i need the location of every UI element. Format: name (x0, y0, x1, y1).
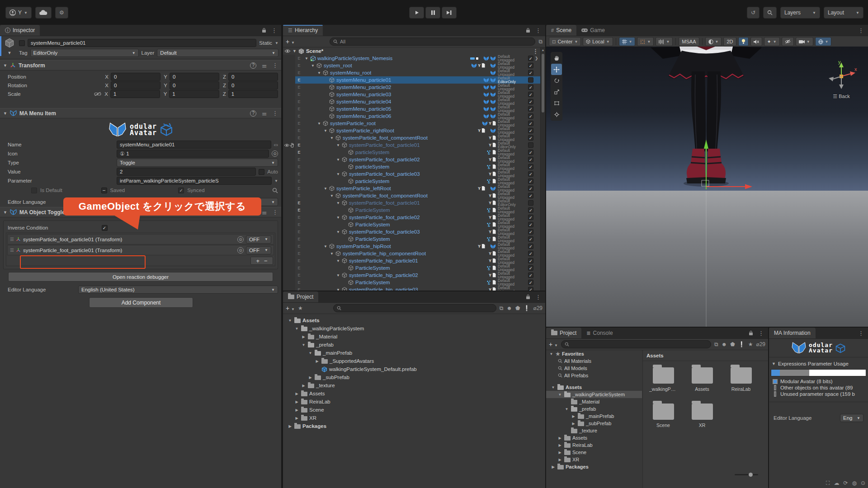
active-checkbox[interactable] (528, 84, 533, 90)
project-tree-row[interactable]: ▶_texture (283, 381, 545, 389)
active-checkbox[interactable] (528, 236, 533, 242)
foldout-icon[interactable]: ▼ (292, 49, 297, 53)
foldout-icon[interactable]: ▶ (301, 384, 306, 388)
hierarchy-row[interactable]: E▼systemParticle_foot_particle01YDefault… (283, 141, 540, 149)
hierarchy-row[interactable]: E▼systemParticle_rightRootYDefaultUntagg… (283, 127, 540, 134)
add-item-button[interactable]: + (256, 258, 259, 264)
row-gutter[interactable] (283, 214, 295, 221)
auto-checkbox[interactable] (259, 169, 264, 175)
project-search-input[interactable] (561, 340, 711, 348)
scale-x-field[interactable]: 1 (110, 90, 160, 98)
active-checkbox[interactable] (528, 251, 533, 256)
effects-dropdown[interactable]: ✦▼ (764, 37, 780, 46)
row-gutter[interactable] (283, 163, 295, 170)
row-gutter[interactable] (283, 62, 295, 69)
hierarchy-row[interactable]: EParticleSystemDefaultUntagged (283, 264, 540, 272)
active-checkbox[interactable] (528, 142, 533, 148)
hierarchy-scrollbar[interactable]: ▲ (540, 47, 545, 291)
row-gutter[interactable] (283, 91, 295, 98)
hierarchy-row[interactable]: EsystemMenu_particle04DefaultUntagged (283, 98, 540, 105)
foldout-icon[interactable]: ▶ (571, 422, 576, 426)
rotation-y-field[interactable]: 0 (170, 81, 219, 89)
foldout-icon[interactable]: ▼ (301, 343, 306, 347)
account-button[interactable]: Y ▼ (5, 7, 32, 19)
move-tool-button[interactable] (551, 64, 562, 75)
hierarchy-row[interactable]: EparticleSystemDefaultUntagged (283, 163, 540, 170)
row-gutter[interactable] (283, 69, 295, 76)
active-checkbox[interactable] (528, 171, 533, 177)
hierarchy-row[interactable]: EsystemMenu_particle02DefaultUntagged (283, 84, 540, 91)
menu-name-field[interactable]: systemMenu_particle01 (117, 141, 271, 149)
row-gutter[interactable] (283, 243, 295, 250)
foldout-icon[interactable]: ▼ (335, 259, 341, 263)
tab-scene[interactable]: # Scene (546, 25, 576, 36)
favorites-header[interactable]: ▼★Favorites (546, 350, 642, 357)
chevron-right-icon[interactable]: ❯ (535, 56, 540, 61)
foldout-icon[interactable]: ▼ (329, 252, 335, 256)
row-gutter[interactable] (283, 178, 295, 185)
hidden-count[interactable]: ⌀29 (756, 341, 765, 347)
help-icon[interactable]: ? (250, 110, 256, 117)
foldout-icon[interactable]: ▼ (288, 319, 292, 323)
lock-icon[interactable] (749, 330, 753, 336)
row-gutter[interactable] (283, 120, 295, 127)
foldout-icon[interactable]: ▶ (308, 375, 313, 380)
hierarchy-row[interactable]: EParticleSystemDefaultUntagged (283, 279, 540, 286)
foldout-icon[interactable]: ▼ (335, 158, 341, 162)
hierarchy-row[interactable]: E▼walkingParticleSystem_NemesisDefaultUn… (283, 55, 540, 62)
create-menu-button[interactable]: + ▼ (286, 38, 295, 45)
row-gutter[interactable] (283, 55, 295, 62)
open-reaction-debugger-button[interactable]: Open reaction debugger (8, 272, 273, 282)
kebab-menu-icon[interactable]: ⋮ (858, 330, 864, 337)
scene-row[interactable]: ▼ Scene* ⋮ (283, 47, 540, 55)
active-checkbox[interactable] (528, 121, 533, 126)
lock-icon[interactable] (526, 294, 530, 300)
foldout-icon[interactable]: ▼ (316, 71, 322, 75)
row-gutter[interactable] (283, 127, 295, 134)
kebab-menu-icon[interactable]: ⋮ (272, 110, 278, 117)
cloud-status-icon[interactable]: ☁ (834, 480, 839, 486)
favorites-item[interactable]: All Models (546, 365, 642, 372)
ma-language-dropdown[interactable]: Eng▼ (840, 414, 863, 422)
rect-tool-button[interactable] (551, 98, 562, 109)
active-checkbox[interactable] (528, 258, 533, 263)
project-tree-row[interactable]: ▶XR (283, 414, 545, 422)
foldout-icon[interactable]: ▼ (335, 230, 341, 234)
foldout-icon[interactable]: ▼ (551, 385, 556, 389)
project-tree-row[interactable]: _texture (546, 427, 642, 434)
project-tree-row[interactable]: ▶_mainPrefab (546, 413, 642, 420)
toggle-language-dropdown[interactable]: English (United States)▼ (78, 286, 278, 294)
orientation-dropdown[interactable]: Local▼ (583, 37, 613, 46)
lock-icon[interactable] (526, 28, 530, 33)
static-dropdown[interactable]: ▼ (275, 41, 278, 45)
row-gutter[interactable] (283, 206, 295, 214)
foldout-icon[interactable]: ▼ (329, 194, 335, 198)
kebab-menu-icon[interactable]: ⋮ (758, 330, 764, 337)
project-tree-row[interactable]: ▶_subPrefab (283, 373, 545, 381)
project-tree-row[interactable]: ▶Assets (546, 434, 642, 441)
active-checkbox[interactable] (528, 99, 533, 104)
transform-component-header[interactable]: ▼ Transform ?⚌⋮ (0, 60, 281, 70)
scene-visibility-button[interactable] (782, 37, 794, 46)
hierarchy-row[interactable]: E▼systemParticle_hip_particle02YDefaultU… (283, 272, 540, 279)
foldout-icon[interactable]: ▼ (3, 63, 7, 68)
remove-item-button[interactable]: − (264, 258, 268, 264)
avatar-filter-icon[interactable]: ☻ (722, 341, 727, 347)
position-z-field[interactable]: 0 (228, 73, 278, 81)
row-gutter[interactable] (283, 134, 295, 141)
active-checkbox[interactable] (528, 70, 533, 75)
kebab-menu-icon[interactable]: ⋮ (535, 294, 541, 300)
avatar-figure[interactable] (546, 47, 868, 327)
tab-game[interactable]: Game (576, 25, 610, 36)
edit-icon[interactable]: ▭ (274, 142, 278, 147)
active-checkbox[interactable] (19, 40, 25, 46)
foldout-icon[interactable]: ▶ (557, 458, 562, 462)
add-component-button[interactable]: Add Component (89, 297, 193, 308)
hierarchy-row[interactable]: E▼system_rootYDefaultUntagged (283, 62, 540, 69)
active-checkbox[interactable] (528, 128, 533, 133)
search-icon[interactable] (272, 188, 278, 193)
toggle-target-row[interactable]: ☰ systemParticle_foot_particle01 (Transf… (7, 245, 274, 255)
asset-folder[interactable]: ReiraLab (727, 367, 755, 392)
foldout-icon[interactable]: ▶ (301, 335, 306, 339)
active-checkbox[interactable] (528, 157, 533, 162)
